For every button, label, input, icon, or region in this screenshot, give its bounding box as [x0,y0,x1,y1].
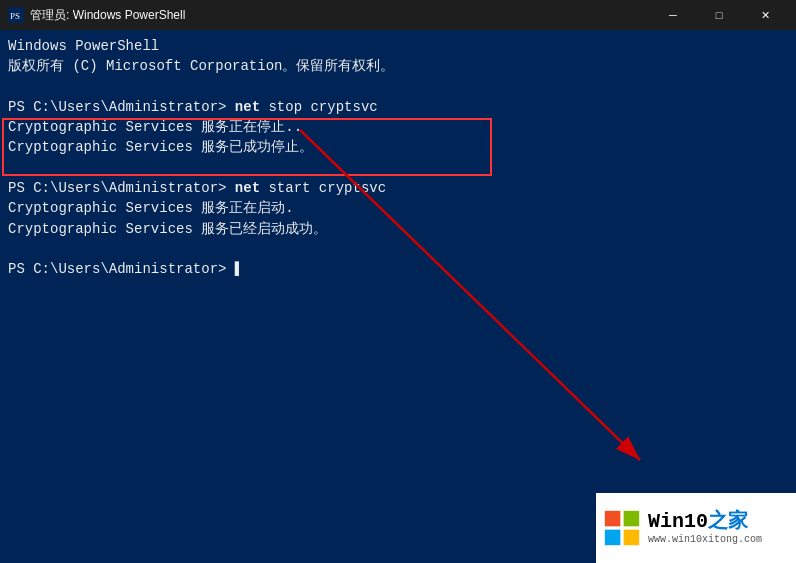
watermark-title: Win10之家 [648,512,762,532]
titlebar-left: PS 管理员: Windows PowerShell [8,7,185,24]
terminal-line-9: Cryptographic Services 服务正在启动. [8,198,788,218]
watermark-title-blue: 之家 [708,510,748,533]
svg-rect-5 [624,511,640,527]
terminal-line-7 [8,158,788,178]
terminal-line-2: 版权所有 (C) Microsoft Corporation。保留所有权利。 [8,56,788,76]
watermark: Win10之家 www.win10xitong.com [596,493,796,563]
svg-text:PS: PS [10,11,20,21]
titlebar-title: 管理员: Windows PowerShell [30,7,185,24]
svg-rect-6 [605,530,621,546]
terminal-line-1: Windows PowerShell [8,36,788,56]
watermark-url: www.win10xitong.com [648,534,762,545]
terminal-line-11 [8,239,788,259]
windows-logo [604,510,640,546]
svg-rect-7 [624,530,640,546]
svg-rect-4 [605,511,621,527]
titlebar: PS 管理员: Windows PowerShell ─ □ ✕ [0,0,796,30]
watermark-title-black: Win10 [648,510,708,533]
terminal-window[interactable]: Windows PowerShell 版权所有 (C) Microsoft Co… [0,30,796,563]
powershell-icon: PS [8,7,24,23]
terminal-line-6: Cryptographic Services 服务已成功停止。 [8,137,788,157]
maximize-button[interactable]: □ [696,0,742,30]
terminal-line-3 [8,77,788,97]
terminal-line-10: Cryptographic Services 服务已经启动成功。 [8,219,788,239]
titlebar-controls: ─ □ ✕ [650,0,788,30]
terminal-line-4: PS C:\Users\Administrator> net stop cryp… [8,97,788,117]
terminal-line-5: Cryptographic Services 服务正在停止.. [8,117,788,137]
terminal-line-8: PS C:\Users\Administrator> net start cry… [8,178,788,198]
close-button[interactable]: ✕ [742,0,788,30]
minimize-button[interactable]: ─ [650,0,696,30]
watermark-text: Win10之家 www.win10xitong.com [648,512,762,545]
terminal-line-12: PS C:\Users\Administrator> ▌ [8,259,788,279]
